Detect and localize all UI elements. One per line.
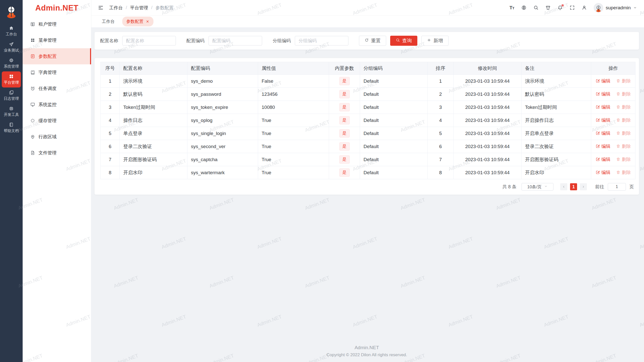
sidebar-item-行政区域[interactable]: 行政区域 — [23, 129, 91, 145]
delete-button[interactable]: 删除 — [616, 143, 631, 149]
home-icon — [9, 26, 14, 31]
cell-code: sys_wartermark — [187, 166, 258, 179]
breadcrumb: 工作台/平台管理/参数配置 — [109, 5, 174, 11]
app-logo-mascot[interactable] — [0, 0, 23, 23]
cell-name: 演示环境 — [120, 75, 187, 88]
edit-button[interactable]: 编辑 — [596, 78, 611, 84]
sidebar-item-label: 参数配置 — [38, 53, 57, 59]
rail-item-工作台[interactable]: 工作台 — [2, 23, 21, 39]
cell-builtin: 是 — [329, 101, 360, 114]
edit-button[interactable]: 编辑 — [596, 104, 611, 110]
file-doc-icon — [30, 150, 35, 155]
rail-item-帮助文档[interactable]: 帮助文档 — [2, 120, 21, 136]
avatar — [594, 3, 603, 13]
cell-order: 5 — [428, 127, 454, 140]
breadcrumb-item[interactable]: 工作台 — [109, 5, 123, 11]
language-icon[interactable] — [521, 5, 527, 10]
column-header: 备注 — [521, 62, 591, 75]
delete-button[interactable]: 删除 — [616, 169, 631, 175]
sidebar-item-缓存管理[interactable]: 缓存管理 — [23, 113, 91, 129]
app-root: 工作台业务测试系统管理平台管理日志管理开发工具帮助文档 Admin.NET 租户… — [0, 0, 644, 362]
cell-index: 3 — [101, 101, 120, 114]
bell-icon[interactable] — [557, 5, 563, 10]
delete-button[interactable]: 删除 — [616, 91, 631, 97]
filter-group-配置名称: 配置名称 — [100, 36, 176, 46]
collapse-menu-icon[interactable] — [98, 5, 104, 11]
cell-builtin: 是 — [329, 166, 360, 179]
sidebar-item-文件管理[interactable]: 文件管理 — [23, 145, 91, 161]
breadcrumb-item[interactable]: 平台管理 — [130, 5, 148, 11]
query-button[interactable]: 查询 — [390, 36, 417, 46]
cell-actions: 编辑删除 — [591, 140, 635, 153]
rail-item-平台管理[interactable]: 平台管理 — [2, 71, 21, 87]
user-icon[interactable] — [582, 5, 587, 10]
rail-item-label: 业务测试 — [4, 48, 19, 53]
rail-item-开发工具[interactable]: 开发工具 — [2, 104, 21, 120]
cell-value: True — [258, 127, 329, 140]
delete-label: 删除 — [622, 91, 631, 97]
delete-button[interactable]: 删除 — [616, 104, 631, 110]
sidebar-item-系统监控[interactable]: 系统监控 — [23, 97, 91, 113]
fullscreen-icon[interactable] — [570, 5, 575, 10]
cell-remark: Token过期时间 — [521, 101, 591, 114]
rail-item-系统管理[interactable]: 系统管理 — [2, 55, 21, 71]
breadcrumb-item[interactable]: 参数配置 — [155, 5, 174, 11]
sidebar-item-字典管理[interactable]: 字典管理 — [23, 64, 91, 80]
query-button-label: 查询 — [402, 37, 412, 44]
edit-label: 编辑 — [601, 91, 611, 97]
delete-button[interactable]: 删除 — [616, 117, 631, 123]
cell-group: Default — [360, 114, 428, 127]
page-number-button[interactable]: 1 — [570, 183, 577, 190]
plus-icon — [427, 38, 431, 43]
footer: Admin.NET Copyright © 2022 Dilon All rig… — [94, 345, 639, 362]
monitor-icon — [30, 102, 35, 107]
notification-dot — [561, 4, 564, 7]
edit-button[interactable]: 编辑 — [596, 169, 611, 175]
tshirt-icon[interactable] — [545, 5, 551, 10]
close-icon[interactable] — [146, 20, 149, 23]
rail-item-label: 平台管理 — [4, 80, 19, 85]
sidebar-item-租户管理[interactable]: 租户管理 — [23, 16, 91, 32]
edit-button[interactable]: 编辑 — [596, 156, 611, 162]
filter-input-配置名称[interactable] — [122, 36, 176, 46]
cell-value: True — [258, 114, 329, 127]
cell-order: 1 — [428, 75, 454, 88]
sidebar-item-任务调度[interactable]: 任务调度 — [23, 80, 91, 97]
cell-time: 2023-01-03 10:59:44 — [454, 153, 521, 166]
font-size-icon[interactable]: TT — [509, 5, 514, 11]
page-size-select[interactable]: 10条/页 — [521, 183, 553, 191]
edit-button[interactable]: 编辑 — [596, 143, 611, 149]
cell-remark: 开启水印 — [521, 166, 591, 179]
add-button[interactable]: 新增 — [421, 36, 449, 46]
user-menu[interactable]: superadmin — [594, 3, 637, 13]
sidebar-item-菜单管理[interactable]: 菜单管理 — [23, 32, 91, 48]
rail-item-label: 日志管理 — [4, 96, 19, 101]
cell-index: 5 — [101, 127, 120, 140]
footer-copyright: Copyright © 2022 Dilon All rights reserv… — [94, 352, 639, 357]
delete-button[interactable]: 删除 — [616, 156, 631, 162]
search-icon — [396, 38, 400, 43]
search-icon[interactable] — [533, 5, 539, 10]
location-icon — [30, 134, 35, 139]
filter-input-配置编码[interactable] — [209, 36, 262, 46]
cell-time: 2023-01-03 10:59:44 — [454, 75, 521, 88]
topbar: 工作台/平台管理/参数配置 TT superadmin — [91, 0, 644, 15]
edit-button[interactable]: 编辑 — [596, 130, 611, 136]
rail-item-日志管理[interactable]: 日志管理 — [2, 87, 21, 104]
prev-page-button[interactable] — [560, 183, 567, 190]
tab-工作台[interactable]: 工作台 — [98, 17, 119, 26]
sidebar-item-参数配置[interactable]: 参数配置 — [23, 48, 91, 64]
reset-button[interactable]: 重置 — [359, 36, 386, 46]
goto-page-input[interactable] — [608, 183, 626, 191]
rail-item-业务测试[interactable]: 业务测试 — [2, 39, 21, 55]
delete-button[interactable]: 删除 — [616, 130, 631, 136]
builtin-badge: 是 — [339, 116, 350, 124]
builtin-badge: 是 — [339, 90, 350, 98]
delete-button[interactable]: 删除 — [616, 78, 631, 84]
filter-input-分组编码[interactable] — [295, 36, 348, 46]
edit-button[interactable]: 编辑 — [596, 91, 611, 97]
edit-button[interactable]: 编辑 — [596, 117, 611, 123]
next-page-button[interactable] — [580, 183, 587, 190]
tab-参数配置[interactable]: 参数配置 — [122, 17, 153, 26]
cell-code: sys_single_login — [187, 127, 258, 140]
